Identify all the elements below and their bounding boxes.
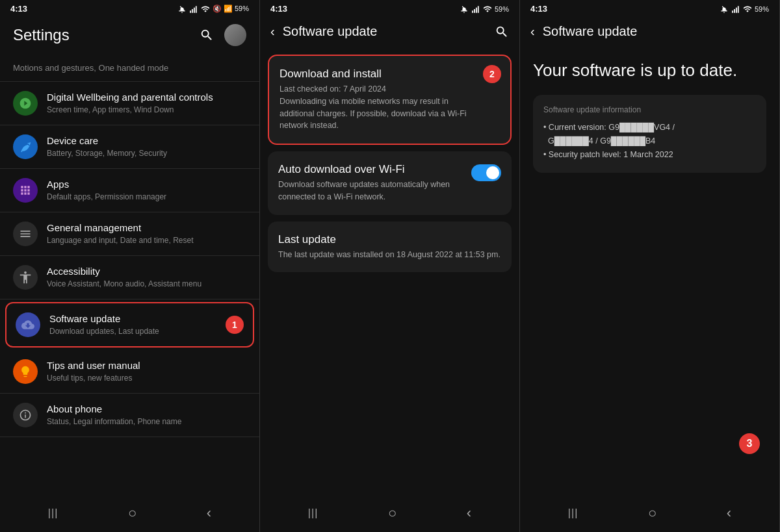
settings-item-accessibility[interactable]: Accessibility Voice Assistant, Mono audi… [0,256,259,299]
digital-wellbeing-icon [13,91,38,116]
recent-apps-icon-2[interactable]: ||| [308,507,318,519]
digital-wellbeing-title: Digital Wellbeing and parental controls [47,91,246,104]
info-card-row-1: • Current version: G9██████VG4 / G██████… [543,121,756,149]
back-button-2[interactable]: ‹ [270,24,275,39]
search-icon-1[interactable] [200,28,214,42]
settings-item-apps[interactable]: Apps Default apps, Permission manager [0,169,259,212]
settings-item-general-management[interactable]: General management Language and input, D… [0,212,259,256]
software-update-subtitle: Download updates, Last update [49,327,226,337]
battery-3: 59% [755,5,769,13]
about-phone-title: About phone [47,403,246,416]
signal-icon-1 [189,5,198,14]
general-management-subtitle: Language and input, Date and time, Reset [47,236,246,246]
about-phone-text: About phone Status, Legal information, P… [47,403,246,427]
about-phone-subtitle: Status, Legal information, Phone name [47,417,246,427]
settings-item-tips[interactable]: Tips and user manual Useful tips, new fe… [0,350,259,394]
battery-2: 59% [495,5,509,13]
svg-rect-3 [196,6,197,12]
status-icons-2: 59% [460,5,509,14]
tips-icon [13,359,38,384]
nav-bar-3: ||| ○ ‹ [520,497,779,532]
settings-item-about-phone[interactable]: About phone Status, Legal information, P… [0,394,259,437]
up-to-date-title: Your software is up to date. [533,60,766,82]
auto-download-title: Auto download over Wi-Fi [278,163,463,176]
status-icons-1: 🔇 📶 59% [177,5,249,14]
digital-wellbeing-text: Digital Wellbeing and parental controls … [47,91,246,115]
about-phone-icon [13,403,38,427]
auto-download-card[interactable]: Auto download over Wi-Fi Download softwa… [268,151,512,215]
recent-apps-icon-1[interactable]: ||| [48,507,58,519]
page-title-2: Software update [283,24,495,39]
svg-rect-5 [474,9,475,13]
panel-up-to-date: 4:13 59% ‹ Software update Your software… [520,0,780,532]
signal-icon-2 [471,5,480,14]
status-time-3: 4:13 [530,4,547,14]
accessibility-subtitle: Voice Assistant, Mono audio, Assistant m… [47,279,246,290]
signal-icon-3 [731,5,740,14]
svg-rect-11 [738,6,739,12]
svg-rect-8 [732,10,733,12]
software-update-title: Software update [49,312,226,325]
avatar-1[interactable] [224,24,246,46]
status-bar-1: 4:13 🔇 📶 59% [0,0,259,16]
status-time-2: 4:13 [270,4,287,14]
panel-settings: 4:13 🔇 📶 59% Settings Motions and gestur… [0,0,260,532]
page-header-3: ‹ Software update [520,16,779,47]
download-install-card[interactable]: Download and install Last checked on: 7 … [268,55,512,145]
nav-bar-2: ||| ○ ‹ [260,497,519,532]
settings-item-device-care[interactable]: Device care Battery, Storage, Memory, Se… [0,125,259,169]
wifi-icon-1 [201,5,210,14]
wifi-icon-2 [483,5,492,14]
page-title-3: Software update [543,24,769,39]
auto-download-text: Auto download over Wi-Fi Download softwa… [278,163,463,203]
accessibility-icon [13,265,38,290]
last-update-text: The last update was installed on 18 Augu… [278,249,501,261]
nav-bar-1: ||| ○ ‹ [0,497,259,532]
device-care-subtitle: Battery, Storage, Memory, Security [47,149,246,159]
download-install-text: Last checked on: 7 April 2024 Downloadin… [280,83,478,132]
back-button-3[interactable]: ‹ [530,24,535,39]
search-icon-2[interactable] [495,25,509,39]
accessibility-title: Accessibility [47,265,246,278]
svg-rect-2 [194,7,195,12]
status-time-1: 4:13 [10,4,27,14]
update-content: Download and install Last checked on: 7 … [260,47,519,497]
page-header-2: ‹ Software update [260,16,519,47]
svg-rect-9 [734,9,735,13]
apps-icon [13,178,38,203]
settings-list: Digital Wellbeing and parental controls … [0,82,259,497]
svg-rect-10 [736,7,737,12]
step-badge-3: 3 [739,433,760,454]
home-icon-1[interactable]: ○ [128,505,136,522]
general-management-icon [13,222,38,246]
svg-rect-6 [476,7,477,12]
home-icon-2[interactable]: ○ [388,505,396,522]
apps-title: Apps [47,178,246,191]
status-bar-3: 4:13 59% [520,0,779,16]
settings-item-digital-wellbeing[interactable]: Digital Wellbeing and parental controls … [0,82,259,125]
back-icon-3[interactable]: ‹ [727,505,731,522]
status-bar-2: 4:13 59% [260,0,519,16]
back-icon-2[interactable]: ‹ [467,505,471,522]
general-management-title: General management [47,222,246,234]
device-care-icon [13,134,38,159]
last-update-title: Last update [278,233,501,246]
header-icons [200,24,246,46]
tips-title: Tips and user manual [47,359,246,372]
battery-text-1: 🔇 📶 59% [213,5,249,13]
auto-download-toggle[interactable] [471,164,501,181]
download-install-title: Download and install [280,68,478,81]
device-care-title: Device care [47,134,246,147]
up-to-date-content: Your software is up to date. Software up… [520,47,779,497]
tips-text: Tips and user manual Useful tips, new fe… [47,359,246,383]
settings-item-software-update[interactable]: Software update Download updates, Last u… [5,302,254,348]
settings-header: Settings [0,16,259,54]
back-icon-1[interactable]: ‹ [207,505,211,522]
auto-download-desc: Download software updates automatically … [278,179,463,203]
recent-apps-icon-3[interactable]: ||| [568,507,578,519]
last-update-card: Last update The last update was installe… [268,222,512,273]
digital-wellbeing-subtitle: Screen time, App timers, Wind Down [47,105,246,116]
device-care-text: Device care Battery, Storage, Memory, Se… [47,134,246,158]
software-update-icon [16,312,40,337]
home-icon-3[interactable]: ○ [648,505,656,522]
